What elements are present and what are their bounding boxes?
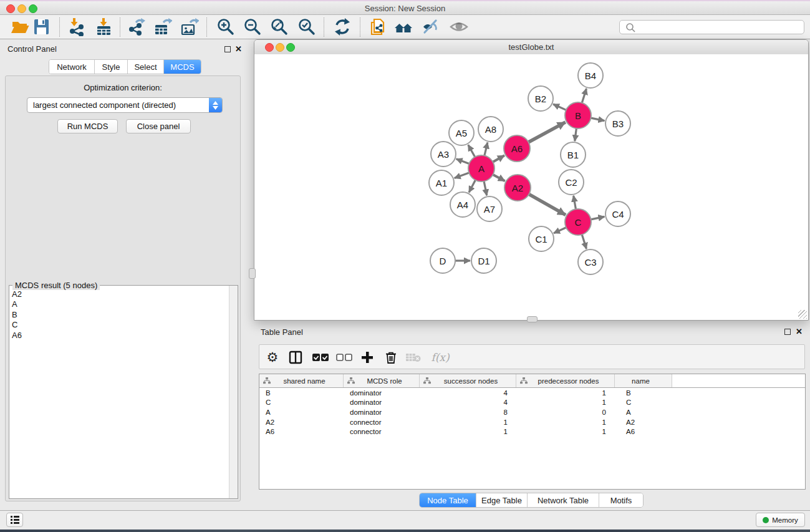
edge-A-A4[interactable] xyxy=(469,180,475,193)
table-row[interactable]: Cdominator41C xyxy=(259,398,805,408)
edge-A-A8[interactable] xyxy=(485,142,488,155)
table-row[interactable]: A6connector11A6 xyxy=(259,427,805,437)
close-table-panel-icon[interactable]: ✕ xyxy=(796,328,803,336)
mcds-result-item[interactable]: A2 xyxy=(12,289,229,299)
node-A7[interactable]: A7 xyxy=(477,196,502,221)
node-C4[interactable]: C4 xyxy=(605,201,630,226)
edge-A-A6[interactable] xyxy=(493,155,504,162)
column-header-name[interactable]: name xyxy=(615,374,672,387)
function-builder-icon[interactable]: f(x) xyxy=(429,345,451,370)
zoom-out-icon[interactable] xyxy=(243,17,262,36)
memory-button[interactable]: Memory xyxy=(756,513,805,527)
column-header-predecessor-nodes[interactable]: predecessor nodes xyxy=(516,374,615,387)
float-table-panel-icon[interactable] xyxy=(784,329,791,335)
optimization-criterion-dropdown[interactable]: largest connected component (directed) xyxy=(27,97,223,113)
search-field[interactable] xyxy=(619,20,804,34)
column-header-shared-name[interactable]: shared name xyxy=(259,374,344,387)
edge-A-A1[interactable] xyxy=(455,173,470,178)
node-A3[interactable]: A3 xyxy=(431,142,456,167)
tab-select[interactable]: Select xyxy=(128,60,164,74)
column-header-MCDS-role[interactable]: MCDS role xyxy=(344,374,420,387)
edge-A-A2[interactable] xyxy=(493,175,505,181)
home-icon[interactable] xyxy=(394,17,413,36)
node-B4[interactable]: B4 xyxy=(578,63,603,88)
edge-B-B2[interactable] xyxy=(553,104,566,110)
import-table-icon[interactable] xyxy=(94,17,113,36)
node-C2[interactable]: C2 xyxy=(559,170,584,195)
float-panel-icon[interactable] xyxy=(224,46,231,52)
edge-B-B4[interactable] xyxy=(582,89,586,103)
node-A[interactable]: A xyxy=(468,155,494,181)
node-A2[interactable]: A2 xyxy=(504,175,531,201)
add-column-icon[interactable] xyxy=(359,345,375,370)
node-B3[interactable]: B3 xyxy=(605,111,630,136)
node-A6[interactable]: A6 xyxy=(504,135,530,162)
table-row[interactable]: Adominator80A xyxy=(259,407,805,417)
delete-columns-icon[interactable] xyxy=(383,345,399,370)
node-C3[interactable]: C3 xyxy=(578,249,603,274)
edge-A-A5[interactable] xyxy=(468,145,475,157)
apply-layout-icon[interactable] xyxy=(333,17,352,36)
close-panel-icon[interactable]: ✕ xyxy=(235,46,242,53)
mcds-result-list[interactable]: A2ABCA6 xyxy=(9,286,229,498)
edge-B-B3[interactable] xyxy=(591,118,605,120)
column-header-successor-nodes[interactable]: successor nodes xyxy=(420,374,516,387)
tab-node-table[interactable]: Node Table xyxy=(420,493,476,507)
edge-A6-B[interactable] xyxy=(528,122,565,142)
node-B1[interactable]: B1 xyxy=(561,142,586,167)
mcds-result-item[interactable]: C xyxy=(12,320,229,330)
show-hidden-icon[interactable] xyxy=(450,17,468,36)
hide-selected-icon[interactable] xyxy=(421,17,440,36)
network-window-titlebar[interactable]: testGlobe.txt xyxy=(254,40,808,55)
tab-style[interactable]: Style xyxy=(95,60,128,74)
node-D[interactable]: D xyxy=(430,248,455,273)
network-canvas[interactable]: AA1A2A3A4A5A6A7A8BB1B2B3B4CC1C2C3C4DD1 xyxy=(254,54,808,320)
save-session-icon[interactable] xyxy=(32,17,51,36)
tab-edge-table[interactable]: Edge Table xyxy=(476,493,528,507)
tab-mcds[interactable]: MCDS xyxy=(164,60,201,74)
vertical-splitter-handle[interactable] xyxy=(249,268,256,279)
export-image-icon[interactable] xyxy=(180,17,199,36)
close-panel-button[interactable]: Close panel xyxy=(126,119,191,133)
edge-B-B1[interactable] xyxy=(575,128,577,141)
edge-C-C4[interactable] xyxy=(591,216,605,219)
open-session-icon[interactable] xyxy=(11,17,29,36)
select-all-columns-icon[interactable] xyxy=(312,345,329,370)
edge-A2-C[interactable] xyxy=(529,194,566,215)
node-A5[interactable]: A5 xyxy=(449,120,474,145)
edge-A-A7[interactable] xyxy=(484,181,487,196)
tab-motifs[interactable]: Motifs xyxy=(599,493,643,507)
resize-grip-icon[interactable] xyxy=(798,310,807,319)
edge-A-A3[interactable] xyxy=(456,159,470,164)
search-input[interactable] xyxy=(637,23,804,32)
tab-network-table[interactable]: Network Table xyxy=(528,493,599,507)
zoom-selected-icon[interactable] xyxy=(297,17,316,36)
run-mcds-button[interactable]: Run MCDS xyxy=(57,119,118,133)
delete-table-icon[interactable] xyxy=(405,345,422,370)
mcds-result-item[interactable]: B xyxy=(12,310,229,320)
deselect-all-columns-icon[interactable] xyxy=(335,345,353,370)
node-C1[interactable]: C1 xyxy=(529,226,554,251)
zoom-fit-icon[interactable] xyxy=(270,17,289,36)
table-row[interactable]: A2connector11A2 xyxy=(259,417,805,427)
task-history-button[interactable] xyxy=(6,513,23,527)
export-network-icon[interactable] xyxy=(127,17,146,36)
settings-icon[interactable]: ⚙ xyxy=(264,345,281,370)
mcds-result-item[interactable]: A6 xyxy=(12,331,229,341)
zoom-in-icon[interactable] xyxy=(216,17,235,36)
node-B[interactable]: B xyxy=(565,102,591,128)
node-B2[interactable]: B2 xyxy=(528,86,553,111)
edge-C-C1[interactable] xyxy=(554,228,566,233)
edge-C-C3[interactable] xyxy=(582,235,586,249)
node-D1[interactable]: D1 xyxy=(471,248,496,273)
edge-C-C2[interactable] xyxy=(574,196,576,210)
import-network-icon[interactable] xyxy=(67,17,86,36)
table-row[interactable]: Bdominator41B xyxy=(259,388,805,398)
node-A8[interactable]: A8 xyxy=(478,117,503,142)
node-A1[interactable]: A1 xyxy=(429,170,454,195)
column-layout-icon[interactable] xyxy=(287,345,304,370)
mcds-result-item[interactable]: A xyxy=(12,299,229,309)
mcds-result-scrollbar[interactable] xyxy=(229,286,238,498)
export-table-icon[interactable] xyxy=(153,17,172,36)
tab-network[interactable]: Network xyxy=(49,60,95,74)
